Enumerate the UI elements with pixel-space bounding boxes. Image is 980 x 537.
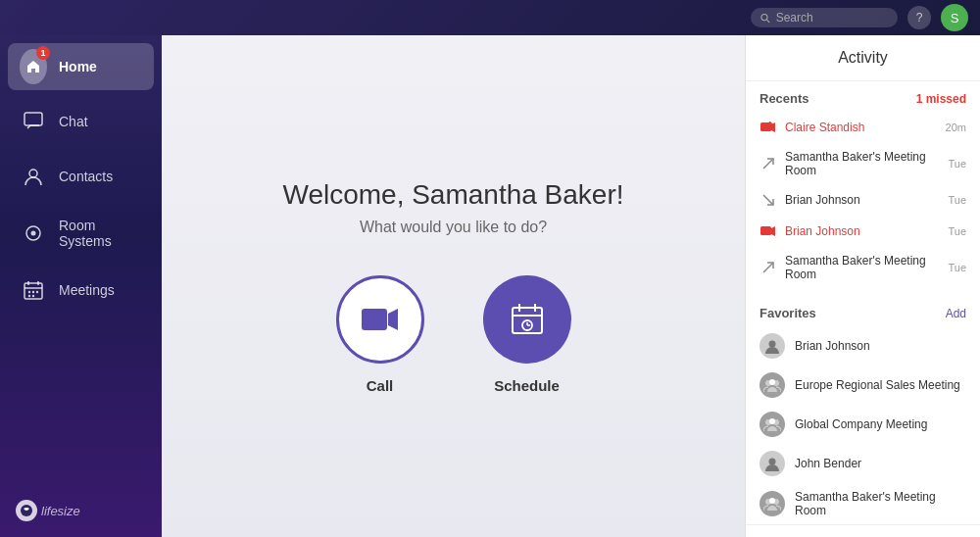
favorite-global[interactable]: Global Company Meeting [746,405,980,444]
favorite-samantha-room[interactable]: Samantha Baker's Meeting Room [746,483,980,524]
main-content: Welcome, Samantha Baker! What would you … [162,35,745,537]
sidebar-item-home[interactable]: 1 Home [8,43,154,90]
svg-rect-16 [362,309,387,330]
svg-rect-25 [760,122,771,131]
activity-time-brian1: Tue [948,194,966,206]
topbar: ? S [0,0,980,35]
meetings-icon [23,279,44,301]
fav-avatar-john [760,451,785,476]
fav-avatar-global [760,412,785,437]
activity-item-claire[interactable]: Claire Standish 20m [746,112,980,143]
favorite-europe[interactable]: Europe Regional Sales Meeting [746,366,980,405]
favorites-header: Favorites Add [746,296,980,326]
svg-point-12 [36,291,38,293]
sidebar-item-chat-label: Chat [59,114,88,129]
activity-name-brian1: Brian Johnson [785,193,940,207]
incoming-call-icon [760,191,777,209]
schedule-label: Schedule [494,377,560,394]
fav-name-brian: Brian Johnson [795,339,870,353]
welcome-section: Welcome, Samantha Baker! What would you … [282,179,623,236]
activity-item-brian2[interactable]: Brian Johnson Tue [746,216,980,247]
call-label: Call [367,377,394,394]
right-panel: Activity Recents 1 missed Claire Standis… [745,35,980,537]
add-favorite-link[interactable]: Add [946,307,966,320]
sidebar-item-contacts[interactable]: Contacts [0,149,162,204]
sidebar-item-room-systems[interactable]: Room Systems [0,204,162,263]
svg-point-14 [32,295,34,297]
svg-line-32 [763,263,773,272]
help-icon[interactable]: ? [907,6,931,29]
activity-item-brian1[interactable]: Brian Johnson Tue [746,184,980,216]
sidebar-item-chat[interactable]: Chat [0,94,162,149]
schedule-icon [506,298,549,341]
svg-line-28 [763,159,773,169]
sidebar-item-room-systems-label: Room Systems [59,218,142,249]
svg-point-40 [769,459,776,465]
main-layout: 1 Home Chat Contacts [0,35,980,537]
recents-header: Recents 1 missed [746,81,980,112]
home-badge: 1 [36,46,50,60]
svg-point-3 [29,170,37,177]
activity-time-samantha2: Tue [948,262,966,273]
svg-point-43 [769,498,775,504]
search-icon [760,13,770,24]
welcome-title: Welcome, Samantha Baker! [282,179,623,211]
sidebar-item-meetings-label: Meetings [59,282,115,298]
chat-icon [23,111,44,132]
activity-item-samantha2[interactable]: Samantha Baker's Meeting Room Tue [746,247,980,288]
activity-name-brian2: Brian Johnson [785,224,940,238]
outgoing-call-icon-2 [760,259,777,276]
activity-name-samantha1: Samantha Baker's Meeting Room [785,150,940,177]
activity-title: Activity [746,35,980,81]
search-input[interactable] [776,11,888,24]
schedule-button[interactable]: Schedule [483,275,571,394]
svg-marker-31 [771,226,775,236]
recordings-section: Recordings View Recordings [746,524,980,537]
fav-name-samantha-room: Samantha Baker's Meeting Room [795,490,966,517]
svg-marker-17 [388,309,398,330]
outgoing-call-icon-1 [760,155,777,172]
activity-name-claire: Claire Standish [785,121,938,134]
svg-point-11 [32,291,34,293]
svg-line-29 [763,195,773,205]
activity-time-brian2: Tue [948,225,966,237]
fav-avatar-europe [760,372,785,398]
fav-avatar-samantha-room [760,491,785,516]
svg-line-1 [767,20,770,23]
user-avatar[interactable]: S [941,4,968,31]
activity-name-samantha2: Samantha Baker's Meeting Room [785,254,940,281]
favorite-john[interactable]: John Bender [746,444,980,483]
fav-avatar-brian [760,333,785,359]
activity-time-samantha1: Tue [948,158,966,170]
search-bar[interactable] [751,8,898,27]
svg-rect-30 [760,226,771,235]
welcome-subtitle: What would you like to do? [282,219,623,236]
room-systems-icon [23,222,44,244]
call-button[interactable]: Call [336,275,424,394]
logo-text: lifesize [41,504,80,518]
favorite-brian[interactable]: Brian Johnson [746,326,980,366]
svg-point-33 [769,341,776,348]
svg-point-36 [769,379,775,385]
video-call-icon [361,306,400,333]
missed-call-icon-2 [760,222,777,240]
action-buttons: Call Schedule [336,275,571,394]
contacts-icon [23,166,44,187]
svg-point-5 [31,231,36,236]
fav-name-john: John Bender [795,457,861,470]
recents-label: Recents [760,91,809,106]
activity-item-samantha1[interactable]: Samantha Baker's Meeting Room Tue [746,143,980,184]
activity-time-claire: 20m [946,122,966,133]
favorites-label: Favorites [760,306,816,320]
svg-point-39 [769,418,775,424]
sidebar-item-meetings[interactable]: Meetings [0,263,162,317]
svg-point-13 [28,295,30,297]
lifesize-logo: lifesize [16,500,146,521]
missed-badge: 1 missed [916,92,966,106]
svg-point-0 [761,14,767,20]
svg-rect-2 [24,113,42,125]
svg-point-10 [28,291,30,293]
fav-name-europe: Europe Regional Sales Meeting [795,378,960,392]
sidebar-bottom: lifesize [0,484,162,537]
sidebar-item-contacts-label: Contacts [59,169,113,184]
